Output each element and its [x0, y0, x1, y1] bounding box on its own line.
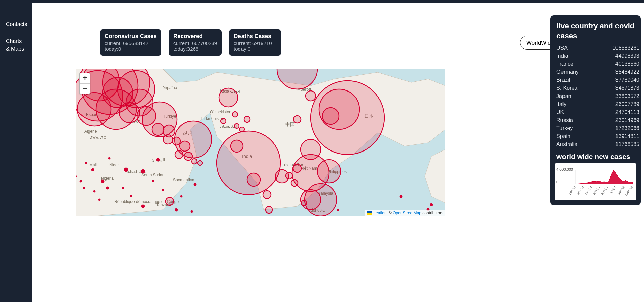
svg-point-72 — [232, 112, 238, 117]
svg-text:Soomaaliya: Soomaaliya — [173, 178, 194, 182]
svg-point-70 — [293, 116, 301, 123]
new-cases-chart: 4,000,000 0 1/23/206/14/2011/4/203/27/21… — [555, 163, 636, 200]
osm-link[interactable]: OpenStreetMap — [393, 210, 421, 215]
svg-point-62 — [286, 172, 292, 179]
chart-ylabel: 4,000,000 — [556, 167, 573, 171]
live-row: Germany38484922 — [556, 68, 639, 76]
svg-point-74 — [234, 124, 239, 128]
stat-today: today:3268 — [173, 46, 217, 52]
svg-point-69 — [306, 91, 316, 101]
svg-point-75 — [239, 127, 244, 132]
svg-text:5/30/22: 5/30/22 — [617, 186, 625, 195]
svg-point-87 — [108, 157, 110, 159]
svg-point-57 — [231, 140, 243, 152]
stat-card-deaths: Deaths Cases current: 6919210 today:0 — [229, 29, 281, 56]
svg-point-78 — [85, 162, 87, 164]
svg-point-102 — [400, 195, 402, 198]
live-row: Australia11768585 — [556, 140, 639, 148]
svg-point-76 — [192, 159, 197, 164]
live-country-list[interactable]: USA108583261India44998393France40138560G… — [550, 44, 641, 150]
stat-current: current: 6919210 — [234, 40, 276, 46]
live-row: Spain13914811 — [556, 132, 639, 140]
svg-text:10/20/22: 10/20/22 — [624, 186, 633, 197]
main-content: Coronavirus Cases current: 695683142 tod… — [32, 3, 644, 302]
svg-point-59 — [263, 191, 271, 199]
stat-card-recovered: Recovered current: 667700239 today:3268 — [169, 29, 222, 56]
svg-point-90 — [130, 195, 132, 197]
covid-map[interactable]: España Україна Ελλάς Türkiye Қазақстан O… — [76, 69, 445, 216]
map-svg: España Україна Ελλάς Türkiye Қазақстан O… — [76, 69, 445, 216]
svg-point-84 — [101, 180, 104, 183]
stat-current: current: 667700239 — [173, 40, 217, 46]
stat-today: today:0 — [234, 46, 276, 52]
svg-point-97 — [175, 208, 178, 211]
live-row: Russia23014969 — [556, 116, 639, 124]
svg-point-103 — [430, 203, 433, 206]
stat-title: Coronavirus Cases — [105, 33, 157, 40]
svg-text:11/4/20: 11/4/20 — [584, 186, 593, 195]
svg-point-60 — [266, 206, 272, 213]
live-row: UK24704113 — [556, 108, 639, 116]
svg-point-58 — [247, 173, 260, 186]
svg-text:6/14/20: 6/14/20 — [576, 186, 585, 195]
svg-text:Algérie: Algérie — [84, 129, 97, 134]
svg-point-68 — [317, 160, 341, 183]
stat-current: current: 695683142 — [105, 40, 157, 46]
svg-point-91 — [141, 205, 145, 208]
svg-text:Niger: Niger — [109, 163, 119, 167]
svg-text:8/17/21: 8/17/21 — [600, 186, 609, 195]
map-zoom-in-button[interactable]: + — [80, 73, 90, 83]
svg-text:Україна: Україна — [163, 85, 177, 90]
svg-point-80 — [80, 180, 82, 182]
stat-title: Deaths Cases — [234, 33, 276, 40]
svg-text:3/27/21: 3/27/21 — [592, 186, 601, 195]
svg-text:1/23/20: 1/23/20 — [568, 186, 576, 195]
svg-point-92 — [141, 169, 145, 173]
stat-card-cases: Coronavirus Cases current: 695683142 tod… — [100, 29, 161, 56]
svg-point-63 — [293, 164, 301, 172]
svg-point-49 — [219, 88, 238, 107]
sidebar: Contacts Charts & Maps — [0, 3, 32, 302]
sidebar-item-contacts[interactable]: Contacts — [0, 21, 32, 28]
svg-point-56 — [217, 131, 280, 195]
live-cases-panel: live country and covid cases USA10858326… — [550, 15, 641, 205]
svg-point-86 — [98, 199, 100, 201]
svg-point-89 — [124, 168, 128, 172]
leaflet-link[interactable]: Leaflet — [373, 210, 385, 215]
live-row: Italy26007789 — [556, 100, 639, 108]
svg-point-96 — [166, 197, 174, 205]
svg-point-48 — [175, 121, 212, 158]
live-row: Brazil37789040 — [556, 76, 639, 84]
chart-ylabel: 0 — [556, 180, 558, 184]
live-row: Japan33803572 — [556, 92, 639, 100]
svg-point-71 — [244, 116, 250, 122]
stat-today: today:0 — [105, 46, 157, 52]
chart-title: world wide new cases — [550, 150, 641, 163]
svg-text:Oʻzbekiston: Oʻzbekiston — [210, 110, 231, 114]
svg-point-99 — [194, 183, 196, 186]
live-row: S. Korea34571873 — [556, 84, 639, 92]
svg-point-94 — [156, 158, 160, 161]
map-zoom-controls: + − — [79, 73, 90, 94]
sidebar-item-charts-maps[interactable]: Charts & Maps — [0, 38, 32, 53]
svg-point-101 — [337, 209, 339, 211]
live-row: Turkey17232066 — [556, 124, 639, 132]
svg-point-64 — [291, 180, 298, 186]
svg-point-85 — [106, 187, 109, 189]
stat-title: Recovered — [173, 33, 217, 40]
svg-point-98 — [180, 195, 182, 197]
svg-point-82 — [83, 187, 85, 189]
svg-point-67 — [305, 184, 337, 216]
svg-text:South Sudan: South Sudan — [141, 173, 164, 177]
svg-point-38 — [119, 103, 140, 123]
svg-point-79 — [91, 168, 94, 171]
svg-point-95 — [162, 189, 164, 191]
svg-point-36 — [77, 93, 111, 126]
svg-text:Mali: Mali — [89, 163, 97, 167]
map-zoom-out-button[interactable]: − — [80, 83, 90, 94]
svg-point-41 — [152, 123, 164, 135]
svg-text:1/7/22: 1/7/22 — [609, 186, 617, 194]
svg-point-88 — [122, 187, 124, 189]
svg-point-93 — [152, 180, 154, 182]
live-panel-title: live country and covid cases — [550, 21, 641, 44]
